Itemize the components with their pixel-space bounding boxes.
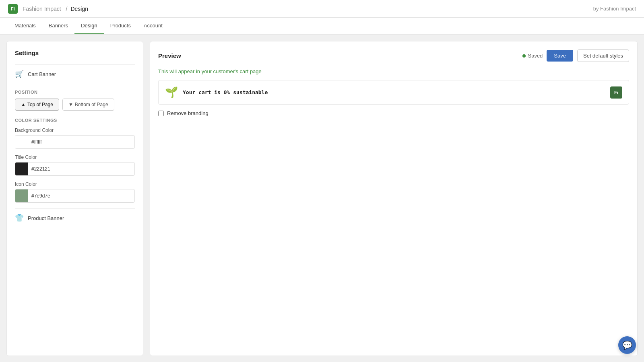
icon-color-row: Icon Color [15,181,135,203]
bottom-arrow-icon: ▼ [68,102,73,107]
saved-label: Saved [528,53,543,59]
title-color-input[interactable] [28,164,134,174]
preview-title: Preview [158,52,181,59]
breadcrumb-area: Fi Fashion Impact / Design [8,4,88,14]
icon-color-swatch[interactable] [15,189,28,202]
main-nav: Materials Banners Design Products Accoun… [0,18,644,35]
saved-indicator: Saved [522,53,543,59]
banner-text: Your cart is 0% sustainable [183,89,268,95]
settings-title: Settings [15,49,135,56]
set-default-button[interactable]: Set default styles [577,49,629,62]
icon-color-input-wrapper [15,189,135,203]
plant-icon: 🌱 [165,86,178,99]
title-color-label: Title Color [15,154,135,160]
top-of-page-label: Top of Page [27,102,53,107]
bottom-of-page-button[interactable]: ▼ Bottom of Page [62,99,114,111]
settings-panel: Settings 🛒 Cart Banner POSITION ▲ Top of… [6,41,143,356]
save-button[interactable]: Save [547,50,573,62]
product-banner-section[interactable]: 👕 Product Banner [15,208,135,227]
remove-branding-checkbox[interactable] [158,111,164,116]
saved-dot [522,54,526,58]
title-color-row: Title Color [15,154,135,176]
shirt-icon: 👕 [15,214,24,222]
banner-brand-logo: Fi [610,86,622,99]
bg-color-row: Background Color [15,128,135,149]
banner-left: 🌱 Your cart is 0% sustainable [165,86,268,99]
main-content: Settings 🛒 Cart Banner POSITION ▲ Top of… [0,35,644,362]
remove-branding-row: Remove branding [158,110,629,116]
product-banner-label: Product Banner [28,215,64,221]
nav-item-account[interactable]: Account [137,18,169,34]
title-color-swatch[interactable] [15,162,28,175]
nav-item-products[interactable]: Products [104,18,137,34]
nav-item-banners[interactable]: Banners [42,18,74,34]
bg-color-label: Background Color [15,128,135,133]
app-logo: Fi [8,4,18,14]
remove-branding-label[interactable]: Remove branding [167,110,208,116]
position-label: POSITION [15,90,135,95]
bg-color-swatch[interactable] [15,136,28,148]
top-bar: Fi Fashion Impact / Design by Fashion Im… [0,0,644,18]
cart-banner-section[interactable]: 🛒 Cart Banner [15,64,135,83]
icon-color-label: Icon Color [15,181,135,187]
chat-icon: 💬 [622,340,632,350]
chat-bubble[interactable]: 💬 [618,336,636,354]
cart-page-hint: This will appear in your customer's cart… [158,68,629,74]
bg-color-input[interactable] [28,137,134,147]
nav-item-materials[interactable]: Materials [8,18,42,34]
preview-header: Preview Saved Save Set default styles [158,49,629,62]
cart-banner-label: Cart Banner [28,71,56,77]
breadcrumb-app: Fashion Impact [23,6,61,12]
banner-preview-card: 🌱 Your cart is 0% sustainable Fi [158,80,629,105]
icon-color-input[interactable] [28,191,134,201]
breadcrumb-sep: / [66,6,68,12]
breadcrumb-page: Design [70,6,88,12]
bg-color-input-wrapper [15,135,135,149]
by-label: by Fashion Impact [593,6,636,12]
nav-item-design[interactable]: Design [74,18,103,34]
title-color-input-wrapper [15,162,135,176]
color-settings-label: COLOR SETTINGS [15,118,135,123]
preview-actions: Saved Save Set default styles [522,49,629,62]
preview-panel: Preview Saved Save Set default styles Th… [150,41,638,356]
top-of-page-button[interactable]: ▲ Top of Page [15,99,59,111]
bottom-of-page-label: Bottom of Page [75,102,108,107]
position-buttons: ▲ Top of Page ▼ Bottom of Page [15,99,135,111]
cart-icon: 🛒 [15,70,24,78]
breadcrumb: Fashion Impact / Design [21,6,88,12]
top-arrow-icon: ▲ [21,102,26,107]
